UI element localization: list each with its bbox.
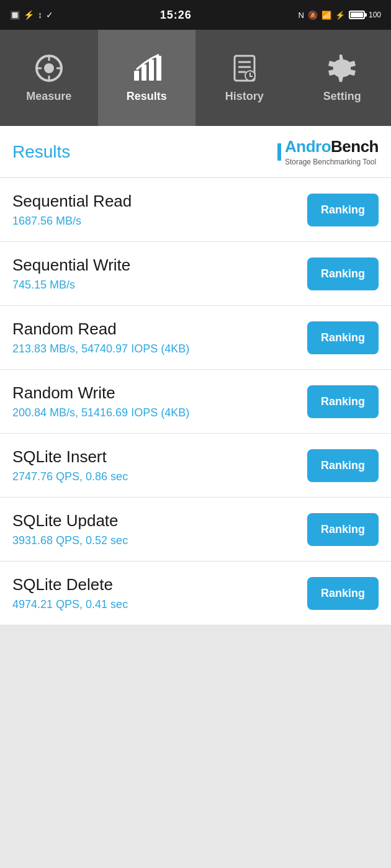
ranking-button-seq-read[interactable]: Ranking <box>307 194 379 226</box>
results-header: Results AndroBench Storage Benchmarking … <box>0 126 391 178</box>
tab-measure[interactable]: Measure <box>0 30 98 126</box>
nav-tabs: Measure Results <box>0 30 391 126</box>
benchmark-value-seq-write: 745.15 MB/s <box>12 279 307 292</box>
benchmark-name-sqlite-update: SQLite Update <box>12 511 307 530</box>
ranking-button-sqlite-delete[interactable]: Ranking <box>307 577 379 610</box>
benchmark-item-sqlite-insert: SQLite Insert 2747.76 QPS, 0.86 sec Rank… <box>0 434 391 498</box>
tab-results[interactable]: Results <box>98 30 196 126</box>
brand-logo: AndroBench Storage Benchmarking Tool <box>277 137 379 166</box>
benchmark-value-sqlite-insert: 2747.76 QPS, 0.86 sec <box>12 470 307 483</box>
benchmark-name-rand-write: Random Write <box>12 383 307 403</box>
status-time: 15:26 <box>160 9 192 22</box>
benchmark-info-sqlite-update: SQLite Update 3931.68 QPS, 0.52 sec <box>12 511 307 547</box>
benchmark-item-rand-read: Random Read 213.83 MB/s, 54740.97 IOPS (… <box>0 306 391 370</box>
wifi-icon: 📶 <box>321 11 331 20</box>
tab-history[interactable]: History <box>196 30 294 126</box>
bottom-area <box>0 625 391 824</box>
battery-percent: 100 <box>369 11 381 19</box>
benchmark-value-sqlite-delete: 4974.21 QPS, 0.41 sec <box>12 598 307 611</box>
tab-results-label: Results <box>127 90 167 103</box>
benchmark-name-seq-read: Sequential Read <box>12 192 307 211</box>
usb-icon: ⚡ <box>24 10 34 20</box>
benchmark-value-rand-write: 200.84 MB/s, 51416.69 IOPS (4KB) <box>12 406 307 419</box>
benchmark-item-seq-write: Sequential Write 745.15 MB/s Ranking <box>0 242 391 306</box>
benchmark-value-seq-read: 1687.56 MB/s <box>12 215 307 228</box>
benchmark-value-sqlite-update: 3931.68 QPS, 0.52 sec <box>12 534 307 547</box>
history-icon <box>228 51 261 85</box>
benchmark-item-sqlite-update: SQLite Update 3931.68 QPS, 0.52 sec Rank… <box>0 498 391 562</box>
svg-point-1 <box>44 63 54 73</box>
benchmark-name-seq-write: Sequential Write <box>12 256 307 275</box>
brand-accent <box>277 143 281 161</box>
benchmark-name-sqlite-insert: SQLite Insert <box>12 447 307 467</box>
svg-rect-8 <box>149 60 154 81</box>
volume-icon: 🔕 <box>308 11 318 20</box>
ranking-button-rand-read[interactable]: Ranking <box>307 321 379 354</box>
svg-rect-7 <box>142 65 146 81</box>
brand-tagline: Storage Benchmarking Tool <box>285 158 379 166</box>
signal-icon: N <box>299 11 304 20</box>
svg-rect-6 <box>134 71 139 81</box>
tab-setting-label: Setting <box>323 90 361 103</box>
benchmark-info-sqlite-delete: SQLite Delete 4974.21 QPS, 0.41 sec <box>12 575 307 611</box>
benchmark-info-seq-write: Sequential Write 745.15 MB/s <box>12 256 307 292</box>
tab-measure-label: Measure <box>26 90 71 103</box>
benchmark-name-sqlite-delete: SQLite Delete <box>12 575 307 594</box>
check-icon: ✓ <box>46 10 53 20</box>
benchmark-item-rand-write: Random Write 200.84 MB/s, 51416.69 IOPS … <box>0 370 391 434</box>
benchmark-info-sqlite-insert: SQLite Insert 2747.76 QPS, 0.86 sec <box>12 447 307 483</box>
svg-rect-9 <box>156 56 161 81</box>
status-bar: 🔲 ⚡ ↕ ✓ 15:26 N 🔕 📶 ⚡ 100 <box>0 0 391 30</box>
benchmark-value-rand-read: 213.83 MB/s, 54740.97 IOPS (4KB) <box>12 342 307 356</box>
brand-name-part1: Andro <box>285 137 331 156</box>
benchmark-item-seq-read: Sequential Read 1687.56 MB/s Ranking <box>0 178 391 242</box>
benchmark-info-rand-write: Random Write 200.84 MB/s, 51416.69 IOPS … <box>12 383 307 419</box>
status-bar-left: 🔲 ⚡ ↕ ✓ <box>10 10 53 20</box>
ranking-button-sqlite-insert[interactable]: Ranking <box>307 449 379 482</box>
benchmark-list: Sequential Read 1687.56 MB/s Ranking Seq… <box>0 178 391 625</box>
tab-history-label: History <box>225 90 264 103</box>
tab-setting[interactable]: Setting <box>294 30 392 126</box>
ranking-button-seq-write[interactable]: Ranking <box>307 257 379 290</box>
battery-icon <box>349 11 365 19</box>
brand-name-part2: Bench <box>331 137 379 156</box>
results-page-title: Results <box>12 142 70 162</box>
benchmark-info-rand-read: Random Read 213.83 MB/s, 54740.97 IOPS (… <box>12 320 307 356</box>
benchmark-name-rand-read: Random Read <box>12 320 307 339</box>
status-bar-right: N 🔕 📶 ⚡ 100 <box>299 11 381 20</box>
ranking-button-sqlite-update[interactable]: Ranking <box>307 513 379 546</box>
benchmark-info-seq-read: Sequential Read 1687.56 MB/s <box>12 192 307 228</box>
brand-name: AndroBench <box>285 137 379 156</box>
sync-icon: ↕ <box>38 10 42 20</box>
ranking-button-rand-write[interactable]: Ranking <box>307 385 379 418</box>
setting-icon <box>325 51 359 85</box>
benchmark-item-sqlite-delete: SQLite Delete 4974.21 QPS, 0.41 sec Rank… <box>0 562 391 625</box>
results-icon <box>130 51 163 85</box>
measure-icon <box>32 51 66 85</box>
notification-icon: 🔲 <box>10 11 20 20</box>
bolt-icon: ⚡ <box>335 11 345 20</box>
